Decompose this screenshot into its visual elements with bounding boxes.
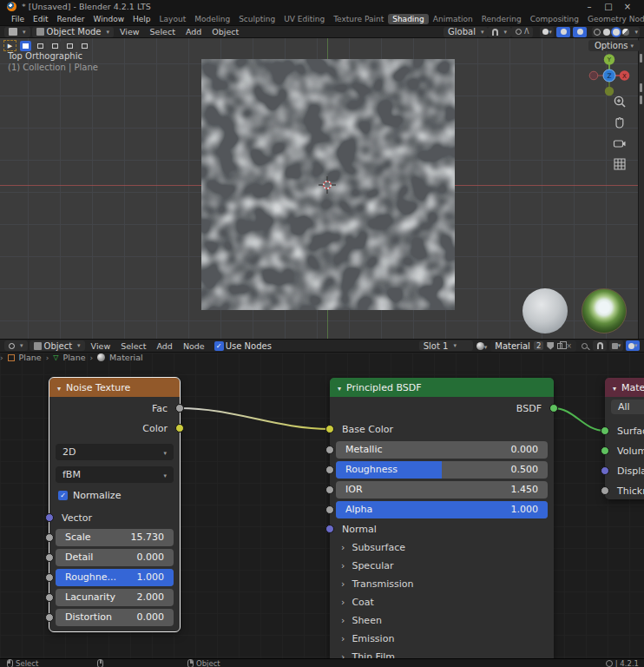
workspace-tab-shading[interactable]: Shading <box>388 14 429 24</box>
menu-file[interactable]: File <box>7 15 29 23</box>
panel-coat[interactable]: Coat <box>341 597 374 608</box>
socket-in-alpha[interactable] <box>325 505 334 514</box>
target-dropdown[interactable]: All <box>611 400 644 414</box>
dimensions-dropdown[interactable]: 2D <box>56 444 174 460</box>
material-name-field[interactable]: Material 2 × <box>490 340 576 352</box>
maximize-icon[interactable]: □ <box>599 2 618 11</box>
noise-type-dropdown[interactable]: fBM <box>56 466 174 483</box>
show-overlays-toggle[interactable] <box>556 27 570 37</box>
socket-out-fac[interactable] <box>175 404 184 413</box>
camera-view-icon[interactable] <box>613 136 627 150</box>
workspace-tab-modeling[interactable]: Modeling <box>190 14 234 24</box>
collapse-node-icon[interactable] <box>57 382 61 393</box>
node-editor-canvas[interactable]: › Plane › ▽ Plane › Material Noise Te <box>0 353 644 658</box>
distortion-slider[interactable]: Distortion 0.000 <box>56 609 174 626</box>
socket-in-roughness[interactable] <box>325 466 334 474</box>
roughness-slider[interactable]: Roughness 0.500 <box>336 461 548 479</box>
socket-in-thickness[interactable] <box>601 486 609 495</box>
menu-window[interactable]: Window <box>89 15 129 23</box>
node-principled-bsdf[interactable]: Principled BSDF BSDF Base Color Metallic… <box>330 378 554 658</box>
shader-editor-type-button[interactable] <box>4 340 28 351</box>
panel-transmission[interactable]: Transmission <box>341 578 413 590</box>
fake-user-shield-icon[interactable] <box>547 342 554 350</box>
workspace-tab-compositing[interactable]: Compositing <box>526 14 583 24</box>
workspace-tab-layout[interactable]: Layout <box>155 14 191 24</box>
active-tool-select-box[interactable]: ▶ <box>3 40 16 51</box>
node-noise-texture[interactable]: Noise Texture Fac Color 2D fBM Normalize… <box>49 378 180 631</box>
roughness-slider[interactable]: Roughne... 1.000 <box>56 569 174 586</box>
normalize-checkbox[interactable] <box>58 491 68 500</box>
gizmo-minus-x[interactable] <box>589 71 598 80</box>
socket-in-base-color[interactable] <box>325 425 334 433</box>
detail-slider[interactable]: Detail 0.000 <box>56 549 174 566</box>
link-bsdf-surface[interactable] <box>554 408 605 431</box>
noise-node-header[interactable]: Noise Texture <box>49 378 180 397</box>
xray-toggle[interactable] <box>573 27 587 37</box>
node-overlay-toggle[interactable] <box>609 340 623 351</box>
material-browse-chevron[interactable] <box>484 341 488 351</box>
toggle-grid-icon[interactable] <box>613 157 627 171</box>
panel-subsurface[interactable]: Subsurface <box>341 542 405 553</box>
panel-sheen[interactable]: Sheen <box>341 615 382 626</box>
options-button[interactable]: Options <box>588 40 640 51</box>
workspace-tab-geometry-nodes[interactable]: Geometry Nodes <box>583 14 644 24</box>
workspace-tab-sculpting[interactable]: Sculpting <box>234 14 279 24</box>
socket-in-detail[interactable] <box>45 553 54 562</box>
select-mode-subtract[interactable] <box>49 41 61 51</box>
menu-edit[interactable]: Edit <box>29 15 52 23</box>
output-node-header[interactable]: Material Output <box>605 378 644 397</box>
wireframe-shading-icon[interactable] <box>594 29 601 36</box>
sh-menu-select[interactable]: Select <box>116 341 150 351</box>
viewport-3d[interactable]: Top Orthographic (1) Collection | Plane … <box>0 38 644 339</box>
select-mode-extend[interactable] <box>35 41 46 51</box>
socket-in-scale[interactable] <box>45 533 54 542</box>
pin-material-icon[interactable] <box>582 343 588 349</box>
socket-in-surface[interactable] <box>601 426 609 435</box>
lacunarity-slider[interactable]: Lacunarity 2.000 <box>56 589 174 606</box>
normalize-row[interactable]: Normalize <box>58 490 121 501</box>
material-browse-icon[interactable] <box>476 342 484 350</box>
transform-orientation-dropdown[interactable]: Global <box>444 27 488 37</box>
shading-preview-toggle[interactable] <box>626 340 640 351</box>
vp-menu-view[interactable]: View <box>115 27 144 36</box>
link-fac-basecolor[interactable] <box>180 408 330 429</box>
new-material-icon[interactable] <box>557 343 562 349</box>
socket-in-roughness[interactable] <box>45 573 54 582</box>
sidebar-tab-mark[interactable] <box>640 96 642 104</box>
alpha-slider[interactable]: Alpha 1.000 <box>336 501 548 518</box>
socket-in-lacunarity[interactable] <box>45 593 54 602</box>
socket-in-distortion[interactable] <box>45 613 54 622</box>
collapse-node-icon[interactable] <box>613 382 616 393</box>
principled-node-header[interactable]: Principled BSDF <box>330 378 554 397</box>
panel-specular[interactable]: Specular <box>341 560 393 571</box>
material-preview-shading-icon[interactable] <box>613 29 620 36</box>
proportional-edit-toggle[interactable]: Λ <box>511 27 533 37</box>
socket-in-normal[interactable] <box>325 525 334 533</box>
editor-type-button[interactable] <box>4 27 30 37</box>
socket-in-displacement[interactable] <box>601 466 609 475</box>
users-count-badge[interactable]: 2 <box>534 341 543 350</box>
snap-toggle[interactable] <box>488 27 511 37</box>
navigation-gizmo[interactable]: Y X Z <box>585 51 634 100</box>
show-gizmo-toggle[interactable] <box>540 27 554 37</box>
workspace-tab-rendering[interactable]: Rendering <box>477 14 526 24</box>
scale-slider[interactable]: Scale 15.730 <box>56 529 174 546</box>
snap-node-toggle[interactable] <box>593 340 607 351</box>
socket-out-bsdf[interactable] <box>549 404 558 413</box>
rendered-shading-icon[interactable] <box>622 29 629 36</box>
metallic-slider[interactable]: Metallic 0.000 <box>336 441 548 459</box>
menu-help[interactable]: Help <box>128 15 155 23</box>
node-material-output[interactable]: Material Output All Surface Volume Displ… <box>605 378 644 499</box>
panel-emission[interactable]: Emission <box>341 633 394 644</box>
socket-in-volume[interactable] <box>601 446 609 455</box>
workspace-tab-texture-paint[interactable]: Texture Paint <box>329 14 388 24</box>
socket-in-metallic[interactable] <box>325 446 334 454</box>
workspace-tab-animation[interactable]: Animation <box>429 14 477 24</box>
use-nodes-checkbox[interactable] <box>214 341 224 351</box>
pan-hand-icon[interactable] <box>613 116 627 129</box>
sidebar-tab-mark[interactable] <box>640 83 642 92</box>
vp-menu-select[interactable]: Select <box>146 27 180 36</box>
unlink-material-icon[interactable]: × <box>566 342 572 350</box>
socket-in-ior[interactable] <box>325 485 334 494</box>
vp-menu-object[interactable]: Object <box>207 27 243 36</box>
